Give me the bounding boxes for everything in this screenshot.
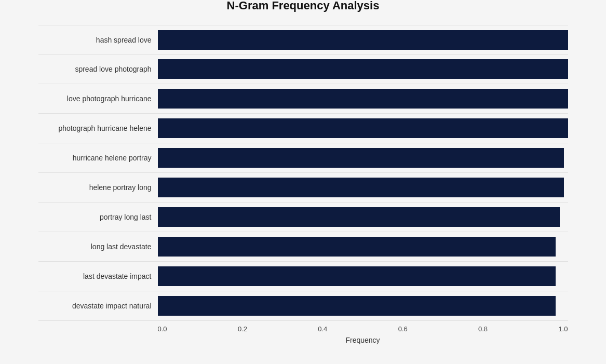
bar-fill bbox=[158, 118, 568, 138]
bar-fill bbox=[158, 266, 556, 286]
bar-fill bbox=[158, 207, 560, 227]
bar-label: helene portray long bbox=[38, 183, 158, 192]
bar-row: last devastate impact bbox=[38, 262, 568, 291]
bar-label: love photograph hurricane bbox=[38, 95, 158, 103]
bar-label: long last devastate bbox=[38, 242, 158, 251]
x-tick: 1.0 bbox=[558, 325, 568, 333]
bar-fill bbox=[158, 296, 556, 316]
bar-label: portray long last bbox=[38, 213, 158, 221]
bar-label: spread love photograph bbox=[38, 65, 158, 73]
bar-track bbox=[158, 296, 568, 316]
bar-row: helene portray long bbox=[38, 173, 568, 203]
bar-track bbox=[158, 118, 568, 138]
bar-row: hurricane helene portray bbox=[38, 143, 568, 173]
bar-track bbox=[158, 30, 568, 50]
bar-fill bbox=[158, 89, 568, 109]
bar-fill bbox=[158, 237, 556, 257]
bar-track bbox=[158, 266, 568, 286]
x-axis: 0.00.20.40.60.81.0 bbox=[158, 325, 568, 333]
x-tick: 0.6 bbox=[398, 325, 408, 333]
bar-row: love photograph hurricane bbox=[38, 84, 568, 114]
bar-row: portray long last bbox=[38, 203, 568, 232]
bar-row: hash spread love bbox=[38, 25, 568, 55]
bar-fill bbox=[158, 148, 564, 168]
bar-track bbox=[158, 178, 568, 197]
chart-area: hash spread lovespread love photographlo… bbox=[38, 25, 568, 321]
bar-track bbox=[158, 59, 568, 79]
bar-track bbox=[158, 148, 568, 168]
chart-container: N-Gram Frequency Analysis hash spread lo… bbox=[18, 0, 589, 364]
bar-label: hurricane helene portray bbox=[38, 154, 158, 162]
x-axis-label: Frequency bbox=[158, 336, 568, 344]
bar-fill bbox=[158, 59, 568, 79]
bar-label: devastate impact natural bbox=[38, 302, 158, 310]
chart-title: N-Gram Frequency Analysis bbox=[38, 0, 568, 12]
bar-label: last devastate impact bbox=[38, 272, 158, 280]
x-tick: 0.8 bbox=[478, 325, 488, 333]
bar-track bbox=[158, 89, 568, 109]
bar-label: photograph hurricane helene bbox=[38, 124, 158, 132]
x-tick: 0.0 bbox=[158, 325, 167, 333]
bar-row: long last devastate bbox=[38, 232, 568, 262]
bar-track bbox=[158, 207, 568, 227]
bar-row: photograph hurricane helene bbox=[38, 114, 568, 143]
bar-label: hash spread love bbox=[38, 36, 158, 44]
bar-track bbox=[158, 237, 568, 257]
bar-fill bbox=[158, 178, 564, 197]
bar-row: spread love photograph bbox=[38, 55, 568, 84]
x-tick: 0.4 bbox=[318, 325, 327, 333]
bar-fill bbox=[158, 30, 568, 50]
bar-row: devastate impact natural bbox=[38, 291, 568, 321]
x-tick: 0.2 bbox=[238, 325, 247, 333]
